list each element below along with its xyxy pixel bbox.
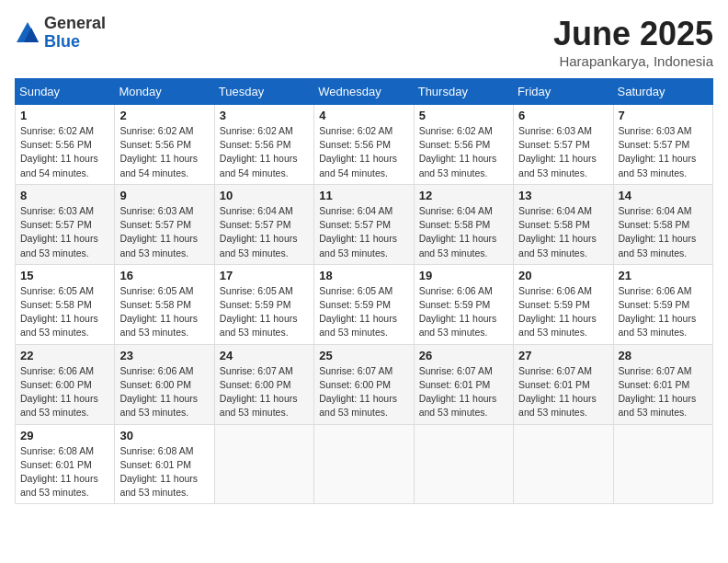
table-row: 18 Sunrise: 6:05 AM Sunset: 5:59 PM Dayl… (314, 264, 414, 344)
table-row: 15 Sunrise: 6:05 AM Sunset: 5:58 PM Dayl… (16, 264, 115, 344)
day-number: 21 (619, 269, 708, 282)
day-number: 17 (220, 269, 309, 282)
col-monday: Monday (115, 79, 214, 105)
day-info: Sunrise: 6:06 AM Sunset: 6:00 PM Dayligh… (20, 364, 109, 420)
day-number: 3 (220, 109, 309, 122)
table-row: 27 Sunrise: 6:07 AM Sunset: 6:01 PM Dayl… (514, 344, 613, 424)
day-number: 10 (220, 189, 309, 202)
day-info: Sunrise: 6:06 AM Sunset: 5:59 PM Dayligh… (419, 284, 508, 340)
day-info: Sunrise: 6:02 AM Sunset: 5:56 PM Dayligh… (419, 124, 508, 180)
location: Harapankarya, Indonesia (553, 53, 713, 69)
logo-general: General (44, 14, 106, 32)
day-info: Sunrise: 6:05 AM Sunset: 5:58 PM Dayligh… (119, 284, 209, 340)
table-row (613, 424, 712, 504)
calendar-header-row: Sunday Monday Tuesday Wednesday Thursday… (16, 79, 713, 105)
table-row: 4 Sunrise: 6:02 AM Sunset: 5:56 PM Dayli… (314, 105, 414, 185)
table-row: 6 Sunrise: 6:03 AM Sunset: 5:57 PM Dayli… (514, 105, 613, 185)
col-thursday: Thursday (414, 79, 513, 105)
day-info: Sunrise: 6:04 AM Sunset: 5:58 PM Dayligh… (419, 204, 508, 260)
day-number: 27 (518, 349, 608, 362)
day-info: Sunrise: 6:03 AM Sunset: 5:57 PM Dayligh… (619, 124, 708, 180)
day-info: Sunrise: 6:02 AM Sunset: 5:56 PM Dayligh… (319, 124, 408, 180)
day-number: 24 (220, 349, 309, 362)
table-row: 21 Sunrise: 6:06 AM Sunset: 5:59 PM Dayl… (613, 264, 712, 344)
day-number: 23 (119, 349, 209, 362)
day-number: 22 (20, 349, 109, 362)
table-row: 23 Sunrise: 6:06 AM Sunset: 6:00 PM Dayl… (115, 344, 214, 424)
day-info: Sunrise: 6:07 AM Sunset: 6:01 PM Dayligh… (619, 364, 708, 420)
day-info: Sunrise: 6:03 AM Sunset: 5:57 PM Dayligh… (20, 204, 109, 260)
day-number: 11 (319, 189, 408, 202)
logo-blue: Blue (44, 32, 80, 51)
day-info: Sunrise: 6:07 AM Sunset: 6:01 PM Dayligh… (419, 364, 508, 420)
col-friday: Friday (514, 79, 613, 105)
day-number: 19 (419, 269, 508, 282)
day-info: Sunrise: 6:02 AM Sunset: 5:56 PM Dayligh… (220, 124, 309, 180)
table-row: 7 Sunrise: 6:03 AM Sunset: 5:57 PM Dayli… (613, 105, 712, 185)
day-info: Sunrise: 6:05 AM Sunset: 5:58 PM Dayligh… (20, 284, 109, 340)
table-row: 10 Sunrise: 6:04 AM Sunset: 5:57 PM Dayl… (214, 184, 313, 264)
day-info: Sunrise: 6:05 AM Sunset: 5:59 PM Dayligh… (319, 284, 408, 340)
day-info: Sunrise: 6:08 AM Sunset: 6:01 PM Dayligh… (119, 444, 209, 500)
day-info: Sunrise: 6:05 AM Sunset: 5:59 PM Dayligh… (220, 284, 309, 340)
day-number: 28 (619, 349, 708, 362)
table-row: 13 Sunrise: 6:04 AM Sunset: 5:58 PM Dayl… (514, 184, 613, 264)
day-number: 5 (419, 109, 508, 122)
table-row: 29 Sunrise: 6:08 AM Sunset: 6:01 PM Dayl… (16, 424, 115, 504)
table-row: 30 Sunrise: 6:08 AM Sunset: 6:01 PM Dayl… (115, 424, 214, 504)
col-wednesday: Wednesday (314, 79, 414, 105)
day-number: 7 (619, 109, 708, 122)
day-info: Sunrise: 6:04 AM Sunset: 5:57 PM Dayligh… (220, 204, 309, 260)
table-row: 1 Sunrise: 6:02 AM Sunset: 5:56 PM Dayli… (16, 105, 115, 185)
table-row: 20 Sunrise: 6:06 AM Sunset: 5:59 PM Dayl… (514, 264, 613, 344)
table-row: 2 Sunrise: 6:02 AM Sunset: 5:56 PM Dayli… (115, 105, 214, 185)
logo: General Blue (15, 15, 106, 52)
logo-text: General Blue (44, 15, 106, 52)
day-number: 30 (119, 429, 209, 442)
day-info: Sunrise: 6:03 AM Sunset: 5:57 PM Dayligh… (518, 124, 608, 180)
day-info: Sunrise: 6:06 AM Sunset: 6:00 PM Dayligh… (119, 364, 209, 420)
calendar-week-row: 8 Sunrise: 6:03 AM Sunset: 5:57 PM Dayli… (16, 184, 713, 264)
day-info: Sunrise: 6:04 AM Sunset: 5:58 PM Dayligh… (518, 204, 608, 260)
day-info: Sunrise: 6:04 AM Sunset: 5:58 PM Dayligh… (619, 204, 708, 260)
col-saturday: Saturday (613, 79, 712, 105)
table-row: 3 Sunrise: 6:02 AM Sunset: 5:56 PM Dayli… (214, 105, 313, 185)
col-tuesday: Tuesday (214, 79, 313, 105)
table-row: 16 Sunrise: 6:05 AM Sunset: 5:58 PM Dayl… (115, 264, 214, 344)
month-title: June 2025 (553, 15, 713, 53)
table-row: 14 Sunrise: 6:04 AM Sunset: 5:58 PM Dayl… (613, 184, 712, 264)
day-number: 26 (419, 349, 508, 362)
day-number: 20 (518, 269, 608, 282)
table-row: 22 Sunrise: 6:06 AM Sunset: 6:00 PM Dayl… (16, 344, 115, 424)
title-block: June 2025 Harapankarya, Indonesia (553, 15, 713, 69)
day-number: 12 (419, 189, 508, 202)
day-info: Sunrise: 6:08 AM Sunset: 6:01 PM Dayligh… (20, 444, 109, 500)
table-row: 19 Sunrise: 6:06 AM Sunset: 5:59 PM Dayl… (414, 264, 513, 344)
day-info: Sunrise: 6:07 AM Sunset: 6:00 PM Dayligh… (220, 364, 309, 420)
day-number: 25 (319, 349, 408, 362)
day-number: 6 (518, 109, 608, 122)
table-row: 26 Sunrise: 6:07 AM Sunset: 6:01 PM Dayl… (414, 344, 513, 424)
table-row: 24 Sunrise: 6:07 AM Sunset: 6:00 PM Dayl… (214, 344, 313, 424)
day-number: 13 (518, 189, 608, 202)
day-info: Sunrise: 6:02 AM Sunset: 5:56 PM Dayligh… (119, 124, 209, 180)
day-info: Sunrise: 6:06 AM Sunset: 5:59 PM Dayligh… (518, 284, 608, 340)
day-number: 18 (319, 269, 408, 282)
table-row: 5 Sunrise: 6:02 AM Sunset: 5:56 PM Dayli… (414, 105, 513, 185)
day-number: 2 (119, 109, 209, 122)
table-row (214, 424, 313, 504)
table-row: 12 Sunrise: 6:04 AM Sunset: 5:58 PM Dayl… (414, 184, 513, 264)
table-row (514, 424, 613, 504)
day-number: 9 (119, 189, 209, 202)
table-row: 28 Sunrise: 6:07 AM Sunset: 6:01 PM Dayl… (613, 344, 712, 424)
day-number: 29 (20, 429, 109, 442)
calendar-table: Sunday Monday Tuesday Wednesday Thursday… (15, 78, 713, 504)
day-number: 1 (20, 109, 109, 122)
day-number: 8 (20, 189, 109, 202)
table-row (414, 424, 513, 504)
day-number: 16 (119, 269, 209, 282)
calendar-week-row: 15 Sunrise: 6:05 AM Sunset: 5:58 PM Dayl… (16, 264, 713, 344)
day-info: Sunrise: 6:06 AM Sunset: 5:59 PM Dayligh… (619, 284, 708, 340)
day-number: 4 (319, 109, 408, 122)
day-info: Sunrise: 6:07 AM Sunset: 6:01 PM Dayligh… (518, 364, 608, 420)
